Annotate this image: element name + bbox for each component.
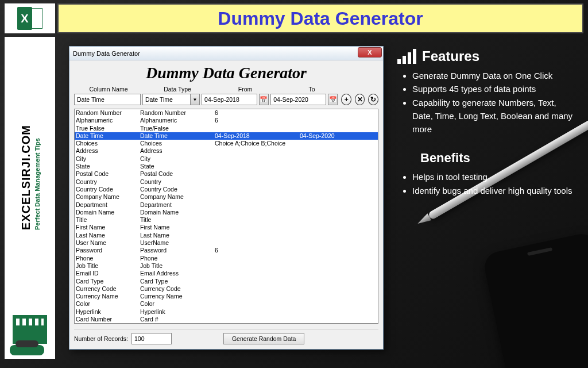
cell-type: UserName: [140, 239, 215, 247]
benefit-item: Identify bugs and deliver high quality t…: [412, 184, 579, 197]
cell-from: [215, 155, 300, 163]
cell-to: [300, 155, 357, 163]
cell-name: Address: [76, 147, 140, 155]
cell-from: [215, 178, 300, 186]
list-item[interactable]: PasswordPassword6: [75, 247, 378, 254]
list-item[interactable]: ColorColor: [75, 300, 378, 308]
list-item[interactable]: TitleTitle: [75, 216, 378, 224]
cell-name: Password: [76, 247, 140, 254]
add-button[interactable]: +: [341, 94, 351, 105]
close-button[interactable]: X: [358, 47, 382, 57]
cell-from: [215, 193, 300, 201]
dummy-data-dialog: Dummy Data Generator X Dummy Data Genera…: [69, 46, 384, 350]
site-name: EXCELSIRJI.COM: [20, 40, 33, 230]
chevron-down-icon[interactable]: ▼: [190, 94, 199, 105]
cell-name: Date Time: [76, 132, 140, 140]
dialog-footer: Number of Records: Generate Random Data: [74, 329, 378, 344]
list-item[interactable]: Last NameLast Name: [75, 232, 378, 239]
column-name-input[interactable]: [74, 94, 141, 105]
from-date-input[interactable]: [202, 94, 257, 105]
cell-from: [215, 293, 300, 300]
list-item[interactable]: Random NumberRandom Number6: [75, 109, 378, 117]
list-item[interactable]: PhonePhone: [75, 255, 378, 262]
cell-type: Card #: [140, 316, 215, 323]
list-item[interactable]: AmountAmount010000: [75, 323, 378, 324]
list-item[interactable]: Company NameCompany Name: [75, 193, 378, 201]
data-type-list[interactable]: Random NumberRandom Number6AlphanumericA…: [74, 109, 378, 324]
cell-from: [215, 201, 300, 209]
list-item[interactable]: CityCity: [75, 155, 378, 163]
cell-name: Country Code: [76, 186, 140, 193]
list-item[interactable]: AddressAddress: [75, 147, 378, 155]
list-item[interactable]: Country CodeCountry Code: [75, 186, 378, 193]
refresh-button[interactable]: ↻: [368, 94, 378, 105]
cell-to: [300, 293, 357, 300]
list-item[interactable]: StateState: [75, 163, 378, 170]
cell-from: [215, 125, 300, 132]
column-headers: Column Name Data Type From To: [69, 83, 383, 94]
records-label: Number of Records:: [74, 335, 128, 342]
cell-type: Department: [140, 201, 215, 209]
feature-item: Generate Dummy Data on One Click: [412, 69, 579, 82]
cell-from: [215, 278, 300, 285]
cell-name: Choices: [76, 140, 140, 147]
cell-type: City: [140, 155, 215, 163]
cell-name: Card Number: [76, 316, 140, 323]
list-item[interactable]: ChoicesChoicesChoice A;Choice B;Choice: [75, 140, 378, 147]
cell-to: [300, 247, 357, 254]
header-column-name: Column Name: [74, 86, 143, 93]
cell-name: Card Type: [76, 278, 140, 285]
cell-to: [300, 308, 357, 316]
from-calendar-button[interactable]: 📅: [259, 94, 269, 105]
cell-name: Last Name: [76, 232, 140, 239]
cell-type: Date Time: [140, 132, 215, 140]
to-calendar-button[interactable]: 📅: [328, 94, 338, 105]
list-item[interactable]: Currency CodeCurrency Code: [75, 285, 378, 293]
to-date-input[interactable]: [270, 94, 326, 105]
cell-to: [300, 109, 357, 117]
cell-from: [215, 147, 300, 155]
list-item[interactable]: Domain NameDomain Name: [75, 209, 378, 216]
cell-from: [215, 209, 300, 216]
cell-to: [300, 270, 357, 277]
list-item[interactable]: Email IDEmail Address: [75, 270, 378, 277]
cell-type: Password: [140, 247, 215, 254]
cell-name: Country: [76, 178, 140, 186]
cell-type: Country Code: [140, 186, 215, 193]
bar-chart-icon: [397, 49, 416, 64]
generate-button[interactable]: Generate Random Data: [223, 333, 304, 344]
cell-name: Postal Code: [76, 170, 140, 178]
dialog-titlebar[interactable]: Dummy Data Generator X: [69, 47, 383, 60]
cell-name: First Name: [76, 224, 140, 231]
list-item[interactable]: Date TimeDate Time04-Sep-201804-Sep-2020: [75, 132, 378, 140]
list-item[interactable]: Job TitleJob Title: [75, 262, 378, 270]
cell-name: Title: [76, 216, 140, 224]
list-item[interactable]: HyperlinkHyperlink: [75, 308, 378, 316]
list-item[interactable]: Card NumberCard #: [75, 316, 378, 323]
cell-from: [215, 285, 300, 293]
cell-to: [300, 186, 357, 193]
list-item[interactable]: First NameFirst Name: [75, 224, 378, 231]
cell-to: 04-Sep-2020: [300, 132, 357, 140]
list-item[interactable]: CountryCountry: [75, 178, 378, 186]
list-item[interactable]: Card TypeCard Type: [75, 278, 378, 285]
list-item[interactable]: True FalseTrue/False: [75, 125, 378, 132]
benefits-title: Benefits: [420, 151, 579, 166]
list-item[interactable]: User NameUserName: [75, 239, 378, 247]
list-item[interactable]: DepartmentDepartment: [75, 201, 378, 209]
excel-logo-box: X: [5, 3, 55, 33]
delete-button[interactable]: ✕: [355, 94, 365, 105]
records-input[interactable]: [131, 333, 172, 344]
sidebar-logo: EXCELSIRJI.COM Perfect Data Management T…: [5, 37, 55, 359]
cell-name: Phone: [76, 255, 140, 262]
cell-from: 04-Sep-2018: [215, 132, 300, 140]
list-item[interactable]: Currency NameCurrency Name: [75, 293, 378, 300]
cell-to: 10000: [300, 323, 357, 324]
header-bar: Dummy Data Generator: [57, 3, 583, 33]
cell-type: Last Name: [140, 232, 215, 239]
cell-from: [215, 216, 300, 224]
list-item[interactable]: AlphanumericAlphanumeric6: [75, 117, 378, 124]
cell-to: [300, 300, 357, 308]
list-item[interactable]: Postal CodePostal Code: [75, 170, 378, 178]
cell-from: 6: [215, 117, 300, 124]
